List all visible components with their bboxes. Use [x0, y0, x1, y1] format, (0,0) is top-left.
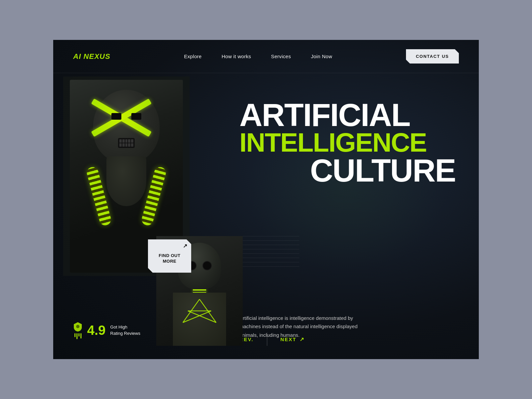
robot-eye-left — [111, 113, 121, 120]
left-panel: ↗ FIND OUT MORE 4.9 — [53, 73, 213, 359]
vent-2 — [122, 139, 125, 143]
robot-torso — [106, 156, 146, 206]
bar-1 — [74, 333, 75, 337]
nav-join-now[interactable]: Join Now — [311, 54, 332, 59]
bar-4 — [80, 333, 81, 338]
vent-7 — [122, 143, 125, 147]
robot-small-body — [173, 293, 226, 346]
robot-eyes — [111, 113, 141, 120]
nav-explore[interactable]: Explore — [184, 54, 202, 59]
nav-services[interactable]: Services — [271, 54, 291, 59]
shield-bars — [74, 333, 81, 339]
nav-links: Explore How it works Services Join Now — [184, 54, 332, 59]
bar-3 — [78, 333, 79, 336]
arrow-icon: ↗ — [183, 243, 187, 249]
vent-4 — [128, 139, 130, 143]
vent-5 — [131, 139, 133, 143]
nav-how-it-works[interactable]: How it works — [221, 54, 251, 59]
brand-logo: AI NEXUS — [73, 52, 110, 61]
next-arrow-icon: ↗ — [300, 336, 305, 342]
navbar: AI NEXUS Explore How it works Services J… — [53, 40, 479, 73]
rating-value: 4.9 — [87, 323, 106, 338]
robot-mouth — [118, 138, 135, 148]
small-eye-right — [202, 261, 212, 270]
bar-2 — [76, 333, 77, 339]
rating-badge: 4.9 Got High Rating Reviews — [73, 322, 140, 339]
shield-icon — [73, 322, 82, 339]
title-line-1: ARTIFICIAL — [239, 100, 456, 130]
hero-title: ARTIFICIAL INTELLIGENCE CULTURE — [239, 100, 456, 186]
title-line-2: INTELLIGENCE — [239, 130, 456, 155]
vent-3 — [125, 139, 128, 143]
vent-6 — [119, 143, 122, 147]
vent-1 — [119, 139, 122, 143]
vent-10 — [131, 143, 133, 147]
title-line-3: CULTURE — [239, 155, 456, 186]
find-out-more-label: FIND OUT MORE — [151, 253, 188, 264]
main-content: ↗ FIND OUT MORE 4.9 — [53, 73, 479, 359]
vent-8 — [125, 143, 128, 147]
vent-9 — [128, 143, 130, 147]
find-out-more-button[interactable]: ↗ FIND OUT MORE — [148, 239, 191, 273]
robot-eye-right — [131, 113, 141, 120]
rating-label: Got High Rating Reviews — [110, 324, 140, 336]
svg-point-5 — [76, 325, 79, 328]
contact-button[interactable]: CONTACT US — [406, 49, 459, 64]
string-pattern-svg — [180, 296, 219, 336]
robot-head — [93, 90, 160, 163]
